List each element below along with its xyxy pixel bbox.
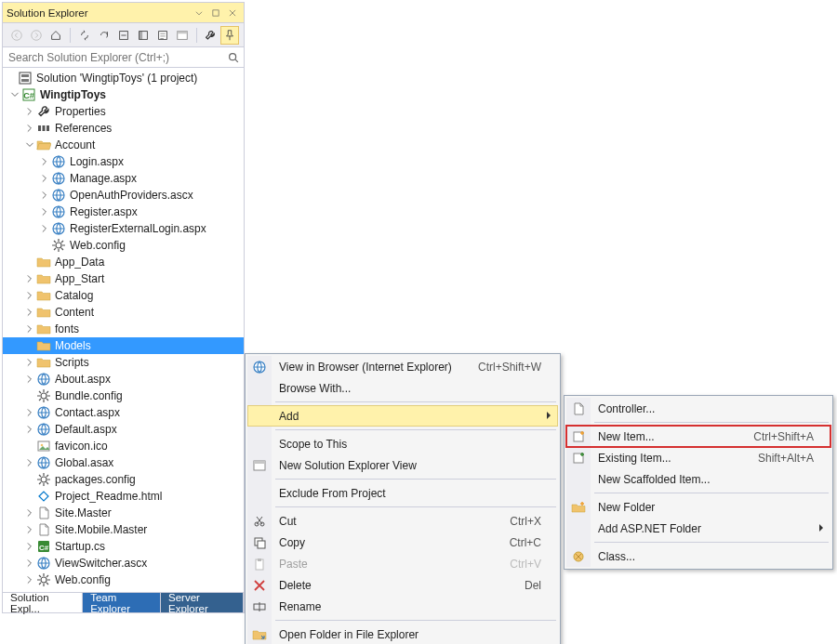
- tree-item[interactable]: Manage.aspx: [3, 170, 244, 187]
- menu-rename[interactable]: Rename: [247, 596, 558, 617]
- tree-item[interactable]: packages.config: [3, 471, 244, 488]
- tab-team-explorer[interactable]: Team Explorer: [83, 593, 161, 612]
- cut-icon: [247, 510, 272, 532]
- tab-server-explorer[interactable]: Server Explorer: [161, 593, 244, 612]
- copy-icon: [247, 532, 272, 553]
- tree-item[interactable]: favicon.ico: [3, 438, 244, 454]
- wrench-icon: [36, 104, 51, 119]
- submenu-new-folder[interactable]: New Folder: [566, 496, 830, 518]
- tree-item[interactable]: Web.config: [3, 237, 244, 254]
- back-button[interactable]: [7, 26, 26, 45]
- pin-icon[interactable]: [220, 26, 239, 45]
- tree-project[interactable]: WingtipToys: [3, 86, 244, 103]
- tree-item[interactable]: Scripts: [3, 354, 244, 371]
- search-icon[interactable]: [223, 47, 244, 68]
- search-input[interactable]: [3, 51, 223, 64]
- tree-item[interactable]: Content: [3, 304, 244, 321]
- menu-browse-with[interactable]: Browse With...: [247, 377, 558, 399]
- tree-item[interactable]: Login.aspx: [3, 153, 244, 170]
- submenu-aspnet-folder[interactable]: Add ASP.NET Folder: [566, 518, 830, 539]
- image-icon: [36, 439, 51, 453]
- tree-item-selected[interactable]: Models: [3, 337, 244, 354]
- properties-button[interactable]: [153, 26, 172, 45]
- tree-item[interactable]: ViewSwitcher.ascx: [3, 555, 244, 572]
- tree-item[interactable]: Register.aspx: [3, 204, 244, 220]
- world-icon: [51, 204, 66, 219]
- toolbar: [3, 23, 244, 47]
- tree-item[interactable]: fonts: [3, 321, 244, 337]
- tree-item[interactable]: Startup.cs: [3, 538, 244, 555]
- tree-item[interactable]: App_Data: [3, 254, 244, 270]
- file-icon: [566, 398, 591, 419]
- show-all-button[interactable]: [134, 26, 153, 45]
- menu-delete[interactable]: DeleteDel: [247, 574, 558, 596]
- tree-item[interactable]: RegisterExternalLogin.aspx: [3, 220, 244, 237]
- panel-title: Solution Explorer: [7, 7, 192, 19]
- tree-item[interactable]: About.aspx: [3, 371, 244, 388]
- tree-item[interactable]: Account: [3, 137, 244, 153]
- tree-solution[interactable]: Solution 'WingtipToys' (1 project): [3, 70, 244, 86]
- world-icon: [51, 171, 66, 186]
- submenu-existing-item[interactable]: Existing Item...Shift+Alt+A: [566, 447, 830, 468]
- tree-item[interactable]: Default.aspx: [3, 421, 244, 438]
- refresh-button[interactable]: [95, 26, 113, 45]
- maximize-icon[interactable]: [208, 6, 223, 20]
- tree-item[interactable]: References: [3, 120, 244, 137]
- tree-item[interactable]: OpenAuthProviders.ascx: [3, 187, 244, 204]
- chevron-right-icon: [547, 412, 554, 419]
- new-folder-icon: [566, 496, 591, 518]
- tree-item[interactable]: Project_Readme.html: [3, 488, 244, 505]
- tree-item[interactable]: Site.Mobile.Master: [3, 521, 244, 538]
- existing-item-icon: [566, 447, 591, 468]
- submenu-class[interactable]: Class...: [566, 545, 830, 567]
- tree-item[interactable]: Properties: [3, 103, 244, 120]
- menu-new-view[interactable]: New Solution Explorer View: [247, 454, 558, 476]
- menu-view-in-browser[interactable]: View in Browser (Internet Explorer)Ctrl+…: [247, 356, 558, 377]
- solution-explorer-panel: Solution Explorer: [2, 2, 245, 613]
- tab-solution-explorer[interactable]: Solution Expl...: [3, 593, 83, 612]
- world-icon: [51, 221, 66, 236]
- folder-icon: [36, 355, 51, 370]
- delete-icon: [247, 574, 272, 596]
- tree-item[interactable]: Global.asax: [3, 454, 244, 471]
- menu-open-in-explorer[interactable]: Open Folder in File Explorer: [247, 624, 558, 644]
- folder-icon: [36, 288, 51, 303]
- tree-item[interactable]: Web.config: [3, 572, 244, 588]
- world-icon: [51, 188, 66, 203]
- tree-item[interactable]: App_Start: [3, 270, 244, 287]
- dropdown-icon[interactable]: [192, 6, 206, 20]
- forward-button[interactable]: [27, 26, 46, 45]
- tree-item[interactable]: Site.Master: [3, 505, 244, 521]
- class-icon: [566, 545, 591, 567]
- menu-exclude[interactable]: Exclude From Project: [247, 482, 558, 504]
- wrench-icon[interactable]: [201, 26, 219, 45]
- folder-icon: [36, 338, 51, 353]
- submenu-new-item[interactable]: New Item...Ctrl+Shift+A: [566, 426, 830, 447]
- sync-button[interactable]: [75, 26, 94, 45]
- tree-item[interactable]: Catalog: [3, 287, 244, 304]
- preview-button[interactable]: [173, 26, 192, 45]
- menu-scope-to-this[interactable]: Scope to This: [247, 433, 558, 454]
- rename-icon: [247, 596, 272, 617]
- gear-icon: [51, 238, 66, 253]
- paste-icon: [247, 553, 272, 574]
- references-icon: [36, 121, 51, 136]
- folder-icon: [36, 255, 51, 269]
- world-icon: [36, 372, 51, 387]
- add-submenu: Controller... New Item...Ctrl+Shift+A Ex…: [564, 395, 833, 570]
- home-button[interactable]: [46, 26, 65, 45]
- menu-add[interactable]: Add: [247, 405, 558, 427]
- tree-item[interactable]: Bundle.config: [3, 388, 244, 404]
- submenu-controller[interactable]: Controller...: [566, 398, 830, 419]
- world-icon: [36, 556, 51, 571]
- chevron-right-icon: [819, 524, 827, 532]
- tree-item[interactable]: Contact.aspx: [3, 404, 244, 421]
- menu-cut[interactable]: CutCtrl+X: [247, 510, 558, 532]
- expander-icon[interactable]: [8, 88, 21, 101]
- menu-copy[interactable]: CopyCtrl+C: [247, 532, 558, 553]
- submenu-scaffolded[interactable]: New Scaffolded Item...: [566, 468, 830, 490]
- search-bar: [3, 47, 244, 68]
- close-icon[interactable]: [225, 6, 240, 20]
- tree: Solution 'WingtipToys' (1 project) Wingt…: [3, 68, 244, 592]
- collapse-all-button[interactable]: [114, 26, 133, 45]
